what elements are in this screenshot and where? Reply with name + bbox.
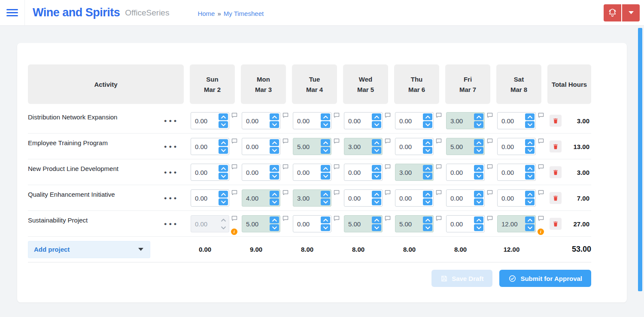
- spinner-up-button[interactable]: [321, 191, 330, 198]
- spinner-down-button[interactable]: [372, 198, 381, 205]
- comment-icon[interactable]: [385, 113, 391, 118]
- spinner-up-button[interactable]: [423, 216, 432, 223]
- hours-input[interactable]: [345, 165, 372, 180]
- comment-icon[interactable]: [283, 190, 289, 195]
- spinner-down-button[interactable]: [423, 147, 432, 154]
- spinner-up-button[interactable]: [423, 191, 432, 198]
- comment-icon[interactable]: [385, 190, 391, 195]
- comment-icon[interactable]: [436, 138, 442, 144]
- spinner-down-button[interactable]: [321, 147, 330, 154]
- spinner-up-button[interactable]: [474, 216, 483, 223]
- spinner-up-button[interactable]: [372, 113, 381, 120]
- hours-input[interactable]: [396, 216, 423, 231]
- warning-info-icon[interactable]: i: [231, 229, 237, 235]
- hours-input[interactable]: [192, 165, 219, 180]
- row-menu-button[interactable]: • • •: [164, 169, 177, 176]
- hours-input[interactable]: [243, 216, 270, 231]
- hours-input[interactable]: [243, 191, 270, 205]
- notifications-button[interactable]: [604, 4, 621, 21]
- hours-input[interactable]: [243, 139, 270, 154]
- spinner-down-button[interactable]: [474, 198, 483, 205]
- comment-icon[interactable]: [334, 190, 340, 195]
- hours-input[interactable]: [498, 113, 525, 128]
- spinner-down-button[interactable]: [270, 147, 279, 154]
- comment-icon[interactable]: [231, 164, 237, 170]
- spinner-down-button[interactable]: [525, 173, 535, 180]
- spinner-down-button[interactable]: [474, 173, 483, 180]
- hours-input[interactable]: [294, 165, 321, 180]
- comment-icon[interactable]: [487, 190, 493, 195]
- hours-input[interactable]: [192, 139, 219, 154]
- hours-input[interactable]: [192, 216, 219, 231]
- warning-info-icon[interactable]: i: [538, 229, 544, 235]
- comment-icon[interactable]: [538, 113, 544, 118]
- spinner-down-button[interactable]: [321, 121, 330, 128]
- delete-row-button[interactable]: [550, 166, 562, 178]
- comment-icon[interactable]: [487, 138, 493, 144]
- spinner-down-button[interactable]: [474, 121, 483, 128]
- delete-row-button[interactable]: [550, 115, 562, 127]
- comment-icon[interactable]: [385, 138, 391, 144]
- spinner-up-button[interactable]: [525, 113, 535, 120]
- hours-input[interactable]: [396, 113, 423, 128]
- spinner-up-button[interactable]: [525, 165, 535, 172]
- spinner-down-button[interactable]: [525, 198, 535, 205]
- row-menu-button[interactable]: • • •: [164, 195, 177, 202]
- hours-input[interactable]: [447, 191, 474, 205]
- hours-input[interactable]: [447, 216, 474, 231]
- spinner-down-button[interactable]: [219, 173, 228, 180]
- hours-input[interactable]: [498, 165, 525, 180]
- hours-input[interactable]: [447, 139, 474, 154]
- spinner-down-button[interactable]: [321, 224, 330, 231]
- hours-input[interactable]: [294, 139, 321, 154]
- spinner-down-button[interactable]: [270, 224, 279, 231]
- spinner-down-button[interactable]: [525, 224, 535, 231]
- spinner-down-button[interactable]: [270, 198, 279, 205]
- hours-input[interactable]: [498, 139, 525, 154]
- hours-input[interactable]: [243, 113, 270, 128]
- breadcrumb-home-link[interactable]: Home: [197, 10, 215, 17]
- spinner-up-button[interactable]: [270, 139, 279, 146]
- spinner-up-button[interactable]: [321, 165, 330, 172]
- spinner-down-button[interactable]: [372, 173, 381, 180]
- comment-icon[interactable]: [334, 113, 340, 118]
- spinner-down-button[interactable]: [372, 224, 381, 231]
- comment-icon[interactable]: [231, 216, 237, 221]
- account-menu-button[interactable]: [622, 4, 640, 21]
- comment-icon[interactable]: [283, 216, 289, 221]
- spinner-down-button[interactable]: [423, 224, 432, 231]
- spinner-down-button[interactable]: [423, 121, 432, 128]
- comment-icon[interactable]: [436, 190, 442, 195]
- spinner-down-button[interactable]: [474, 224, 483, 231]
- spinner-up-button[interactable]: [270, 165, 279, 172]
- spinner-up-button[interactable]: [219, 113, 228, 120]
- hours-input[interactable]: [498, 216, 525, 231]
- add-project-select[interactable]: Add project: [28, 241, 150, 258]
- row-menu-button[interactable]: • • •: [164, 117, 177, 125]
- spinner-up-button[interactable]: [474, 139, 483, 146]
- spinner-down-button[interactable]: [474, 147, 483, 154]
- scrollbar[interactable]: [638, 28, 642, 291]
- spinner-down-button[interactable]: [525, 121, 535, 128]
- spinner-down-button[interactable]: [321, 198, 330, 205]
- spinner-up-button[interactable]: [321, 139, 330, 146]
- comment-icon[interactable]: [231, 190, 237, 195]
- comment-icon[interactable]: [283, 113, 289, 118]
- hours-input[interactable]: [192, 113, 219, 128]
- comment-icon[interactable]: [487, 113, 493, 118]
- comment-icon[interactable]: [538, 190, 544, 195]
- hours-input[interactable]: [294, 216, 321, 231]
- spinner-up-button[interactable]: [474, 191, 483, 198]
- spinner-up-button[interactable]: [270, 113, 279, 120]
- row-menu-button[interactable]: • • •: [164, 220, 177, 228]
- spinner-up-button[interactable]: [321, 216, 330, 223]
- save-draft-button[interactable]: Save Draft: [431, 270, 492, 287]
- spinner-up-button[interactable]: [219, 191, 228, 198]
- spinner-up-button[interactable]: [525, 216, 535, 223]
- spinner-down-button[interactable]: [219, 198, 228, 205]
- spinner-up-button[interactable]: [372, 165, 381, 172]
- spinner-up-button[interactable]: [219, 216, 228, 223]
- spinner-up-button[interactable]: [219, 165, 228, 172]
- spinner-up-button[interactable]: [525, 139, 535, 146]
- hours-input[interactable]: [396, 191, 423, 205]
